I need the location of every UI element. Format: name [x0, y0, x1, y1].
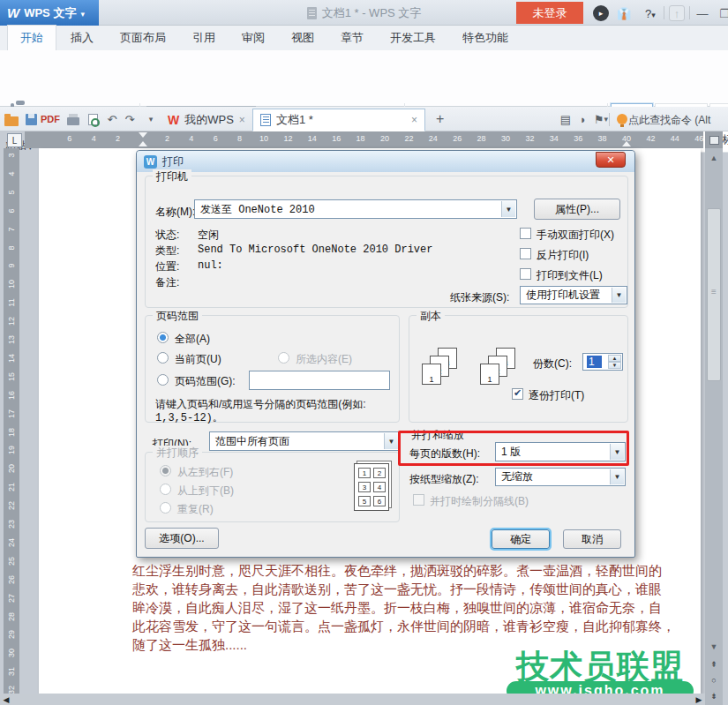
print-button[interactable] — [65, 111, 81, 127]
redo-button[interactable]: ↷ — [122, 111, 138, 127]
print-to-file-checkbox[interactable] — [520, 268, 531, 280]
tab-insert[interactable]: 插入 — [58, 26, 106, 50]
tab-page-layout[interactable]: 页面布局 — [108, 26, 178, 50]
ruler-number: 18 — [356, 134, 365, 143]
left-indent-marker[interactable] — [139, 141, 147, 146]
undo-button[interactable]: ↶ — [104, 111, 120, 127]
spin-down-icon[interactable]: ▼ — [608, 362, 621, 369]
printer-properties-button[interactable]: 属性(P)... — [534, 199, 620, 220]
ruler-toggle-icon[interactable] — [705, 131, 723, 148]
first-line-indent-marker[interactable] — [139, 132, 147, 138]
ruler-number: 7 — [7, 223, 16, 236]
maximize-button[interactable] — [717, 5, 728, 21]
paper-source-combo[interactable]: 使用打印机设置 ▼ — [520, 286, 627, 304]
scroll-up-icon[interactable]: ▲ — [705, 150, 723, 165]
reverse-print-checkbox[interactable] — [520, 248, 531, 259]
divider — [664, 6, 664, 19]
quick-access-more-button[interactable] — [143, 111, 159, 127]
tab-home[interactable]: 开始 — [7, 25, 56, 50]
stacked-page: 1 — [480, 364, 499, 385]
collate-checkbox[interactable] — [512, 388, 523, 400]
horizontal-scrollbar[interactable]: ◀ ▶ — [0, 694, 705, 705]
close-icon[interactable]: × — [411, 114, 417, 126]
spin-up-icon[interactable]: ▲ — [608, 355, 621, 362]
print-dialog-titlebar[interactable]: W 打印 — [137, 151, 634, 172]
ruler-horizontal[interactable]: 6422468101214161820222426283032343638404… — [25, 131, 703, 148]
divider — [609, 113, 610, 126]
new-tab-button[interactable]: + — [436, 111, 444, 127]
history-icon[interactable]: ▤ — [558, 111, 574, 127]
order-left-right-radio — [160, 465, 171, 476]
print-preview-button[interactable] — [85, 111, 101, 127]
document-line: 随了这一生孤独...... — [132, 637, 247, 656]
doc-tab-home[interactable]: W 我的WPS × — [161, 109, 252, 131]
range-current-radio[interactable] — [157, 352, 169, 364]
print-what-combo[interactable]: 范围中所有页面 ▼ — [209, 431, 400, 451]
scroll-down-icon[interactable]: ▼ — [705, 639, 723, 654]
save-button[interactable] — [23, 111, 39, 127]
order-top-bottom-radio — [160, 484, 171, 495]
close-icon[interactable]: × — [239, 114, 245, 126]
options-button[interactable]: 选项(O)... — [145, 528, 219, 549]
manual-duplex-checkbox[interactable] — [520, 228, 531, 239]
ink-icon[interactable]: ◗ — [575, 111, 591, 127]
stacked-page: 1 — [422, 364, 441, 385]
find-command-hint[interactable]: 点此查找命令 (Alt — [628, 113, 728, 128]
scrollbar-thumb[interactable] — [707, 208, 721, 381]
ruler-number: 10 — [259, 134, 268, 143]
document-icon — [260, 114, 271, 126]
copies-stepper[interactable]: 1 ▲▼ — [582, 353, 623, 371]
folder-icon — [4, 116, 19, 126]
ok-button[interactable]: 确定 — [492, 529, 550, 549]
tab-special-features[interactable]: 特色功能 — [450, 26, 521, 50]
cancel-button[interactable]: 取消 — [563, 529, 621, 549]
tab-developer[interactable]: 开发工具 — [378, 26, 448, 50]
more-tools-icon[interactable]: ⚑ — [593, 111, 609, 127]
ribbon: 粘贴 剪切 复制 格式刷 Calibri (正文) 五号 A+ A- A 拼 B… — [0, 50, 728, 107]
ribbon-tab-bar: 开始 插入 页面布局 引用 审阅 视图 章节 开发工具 特色功能 — [0, 26, 728, 50]
ruler-number: 30 — [501, 134, 510, 143]
ruler-vertical[interactable]: 3456789101112131415161718192021222324252… — [4, 148, 19, 694]
chevron-down-icon — [80, 6, 85, 19]
tab-stop-selector[interactable]: L — [7, 133, 22, 147]
minimize-button[interactable] — [694, 5, 710, 21]
tab-references[interactable]: 引用 — [180, 26, 228, 50]
wps-menu-button[interactable]: W WPS 文字 — [0, 0, 99, 26]
doc-tab-document1[interactable]: 文档1 * × — [252, 109, 425, 131]
copies-group: 副本 321 321 份数(C): 1 ▲▼ 逐份打印(T) — [409, 315, 628, 423]
range-all-radio[interactable] — [157, 332, 169, 343]
ruler-number: 11 — [7, 296, 16, 309]
scroll-right-icon[interactable]: ▶ — [693, 694, 705, 705]
printer-name-combo[interactable]: 发送至 OneNote 2010 ▼ — [194, 199, 517, 219]
page-range-input[interactable] — [249, 371, 390, 390]
export-pdf-button[interactable]: PDF — [42, 111, 58, 127]
community-icon[interactable]: ▸ — [593, 5, 609, 21]
range-pages-radio[interactable] — [157, 374, 169, 386]
ruler-number: 6 — [67, 134, 71, 143]
help-icon[interactable]: ? — [639, 5, 662, 21]
open-button[interactable] — [4, 111, 19, 127]
close-icon[interactable]: ✕ — [596, 152, 626, 168]
wps-dialog-icon: W — [144, 155, 157, 169]
select-browse-object-icon[interactable]: ○ — [705, 672, 723, 688]
wps-writer-window: W WPS 文字 文档1 * - WPS 文字 未登录 ▸ 👔 ? ↑ 开始 插… — [0, 0, 728, 705]
ruler-number: 14 — [7, 352, 16, 364]
ruler-number: 27 — [7, 592, 16, 604]
chevron-down-icon: ▼ — [610, 444, 624, 460]
vertical-scrollbar[interactable]: ▲ ▼ ⇞ ○ ⇟ — [705, 148, 723, 705]
login-button[interactable]: 未登录 — [516, 2, 583, 24]
ruler-number: 2 — [165, 134, 169, 143]
tab-section[interactable]: 章节 — [328, 26, 376, 50]
skin-icon[interactable]: 👔 — [616, 5, 632, 21]
scale-to-paper-combo[interactable]: 无缩放 ▼ — [495, 468, 626, 486]
ruler-number: 12 — [283, 134, 292, 143]
ruler-number: 28 — [7, 611, 16, 623]
tab-review[interactable]: 审阅 — [229, 26, 277, 50]
chevron-down-icon: ▼ — [612, 288, 626, 303]
tab-view[interactable]: 视图 — [279, 26, 326, 50]
previous-page-icon[interactable]: ⇞ — [705, 656, 723, 672]
pages-per-sheet-combo[interactable]: 1 版 ▼ — [495, 442, 626, 461]
print-dialog: W 打印 ✕ 打印机 名称(M): 发送至 OneNote 2010 ▼ 属性(… — [136, 150, 635, 558]
scroll-left-icon[interactable]: ◀ — [0, 694, 12, 705]
next-page-icon[interactable]: ⇟ — [705, 688, 723, 704]
